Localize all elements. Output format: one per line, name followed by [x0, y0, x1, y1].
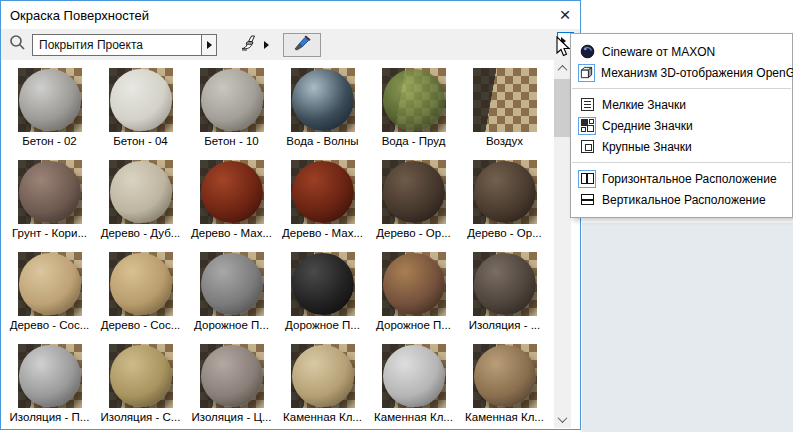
material-thumbnail	[291, 68, 355, 132]
material-thumbnail	[109, 68, 173, 132]
material-thumbnail	[473, 160, 537, 224]
material-sphere	[19, 69, 81, 131]
horizontal-layout-icon	[578, 170, 596, 188]
material-label: Вода - Пруд	[368, 135, 459, 147]
flyout-menu: Cineware от MAXON Механизм 3D-отображени…	[570, 33, 793, 218]
material-item[interactable]: Дерево - Мах...	[277, 160, 368, 241]
material-label: Дерево - Сос...	[95, 319, 186, 331]
material-item[interactable]: Изоляция - П...	[4, 344, 95, 425]
material-label: Дерево - Ор...	[459, 227, 550, 239]
material-label: Изоляция - ...	[459, 319, 550, 331]
menu-item-label: Горизонтальное Расположение	[602, 172, 777, 186]
material-item[interactable]: Дерево - Мах...	[186, 160, 277, 241]
material-item[interactable]: Дерево - Сос...	[95, 252, 186, 333]
material-sphere	[383, 345, 445, 407]
material-thumbnail	[200, 344, 264, 408]
menu-item-label: Cineware от MAXON	[602, 45, 715, 59]
material-item[interactable]: Грунт - Кори...	[4, 160, 95, 241]
surface-set-value[interactable]: Покрытия Проекта	[32, 34, 202, 56]
material-sphere	[201, 253, 263, 315]
material-sphere	[383, 161, 445, 223]
material-thumbnail	[109, 160, 173, 224]
material-label: Бетон - 04	[95, 135, 186, 147]
eyedropper-button[interactable]	[283, 33, 321, 57]
material-label: Изоляция - С...	[95, 411, 186, 423]
close-icon[interactable]: ×	[550, 3, 580, 27]
material-item[interactable]: Изоляция - Ц...	[186, 344, 277, 425]
material-thumbnail	[473, 68, 537, 132]
material-sphere	[383, 69, 445, 131]
material-label: Изоляция - Ц...	[186, 411, 277, 423]
menu-item-opengl[interactable]: Механизм 3D-отображения OpenGL	[571, 62, 792, 83]
material-item[interactable]: Каменная Кл...	[459, 344, 550, 425]
material-item[interactable]: Каменная Кл...	[368, 344, 459, 425]
paint-tool-button[interactable]	[239, 34, 269, 56]
material-item[interactable]: Вода - Волны	[277, 68, 368, 149]
material-thumbnail	[382, 160, 446, 224]
material-item[interactable]: Каменная Кл...	[277, 344, 368, 425]
paintbrush-icon	[239, 34, 261, 56]
material-item[interactable]: Изоляция - ...	[459, 252, 550, 333]
material-item[interactable]: Бетон - 04	[95, 68, 186, 149]
large-icons-icon	[578, 138, 596, 156]
material-sphere	[201, 161, 263, 223]
material-thumbnail	[18, 68, 82, 132]
material-thumbnail	[382, 68, 446, 132]
material-item[interactable]: Дерево - Ор...	[459, 160, 550, 241]
material-sphere	[110, 161, 172, 223]
material-thumbnail	[200, 252, 264, 316]
menu-item-horizontal-layout[interactable]: Горизонтальное Расположение	[571, 168, 792, 189]
material-sphere	[201, 69, 263, 131]
material-label: Каменная Кл...	[459, 411, 550, 423]
material-item[interactable]: Дорожное П...	[186, 252, 277, 333]
scroll-down-icon[interactable]	[554, 411, 571, 428]
material-item[interactable]: Дерево - Дуб...	[95, 160, 186, 241]
material-thumbnail	[473, 252, 537, 316]
material-item[interactable]: Изоляция - С...	[95, 344, 186, 425]
small-icons-icon	[578, 96, 596, 114]
menu-item-medium-icons[interactable]: Средние Значки	[571, 115, 792, 136]
material-thumbnail	[200, 160, 264, 224]
dialog-toolbar: Покрытия Проекта	[1, 29, 580, 60]
menu-separator	[572, 88, 791, 89]
material-sphere	[201, 345, 263, 407]
material-sphere	[474, 253, 536, 315]
material-label: Дерево - Мах...	[277, 227, 368, 239]
menu-item-label: Вертикальное Расположение	[602, 193, 766, 207]
material-item[interactable]: Вода - Пруд	[368, 68, 459, 149]
combo-arrow-icon[interactable]	[202, 34, 217, 56]
material-sphere	[383, 253, 445, 315]
material-item[interactable]: Бетон - 10	[186, 68, 277, 149]
material-label: Дерево - Дуб...	[95, 227, 186, 239]
material-label: Дорожное П...	[186, 319, 277, 331]
material-sphere	[110, 69, 172, 131]
material-item[interactable]: Дорожное П...	[277, 252, 368, 333]
menu-item-small-icons[interactable]: Мелкие Значки	[571, 94, 792, 115]
material-item[interactable]: Дерево - Ор...	[368, 160, 459, 241]
scroll-up-icon[interactable]	[554, 60, 571, 77]
screen: Окраска Поверхностей × Покрытия Проекта	[0, 0, 793, 432]
material-sphere	[474, 345, 536, 407]
material-item[interactable]: Воздух	[459, 68, 550, 149]
material-item[interactable]: Бетон - 02	[4, 68, 95, 149]
menu-item-label: Крупные Значки	[602, 140, 692, 154]
vertical-scrollbar[interactable]	[554, 60, 571, 428]
flyout-arrow-icon	[561, 37, 566, 45]
material-sphere	[110, 345, 172, 407]
material-thumbnail	[18, 160, 82, 224]
material-item[interactable]: Дорожное П...	[368, 252, 459, 333]
brush-arrow-icon[interactable]	[264, 41, 269, 49]
menu-item-cineware[interactable]: Cineware от MAXON	[571, 41, 792, 62]
material-sphere	[19, 253, 81, 315]
material-sphere	[292, 253, 354, 315]
scrollbar-thumb[interactable]	[554, 79, 571, 137]
menu-item-vertical-layout[interactable]: Вертикальное Расположение	[571, 189, 792, 210]
materials-list: Бетон - 02 Бетон - 04 Бетон - 10 Вода - …	[1, 60, 580, 428]
menu-item-large-icons[interactable]: Крупные Значки	[571, 136, 792, 157]
material-thumbnail	[18, 252, 82, 316]
material-label: Дерево - Мах...	[186, 227, 277, 239]
surface-set-combo[interactable]: Покрытия Проекта	[32, 34, 217, 56]
material-item[interactable]: Дерево - Сос...	[4, 252, 95, 333]
dialog-titlebar[interactable]: Окраска Поверхностей ×	[1, 1, 580, 29]
search-icon	[9, 34, 26, 55]
